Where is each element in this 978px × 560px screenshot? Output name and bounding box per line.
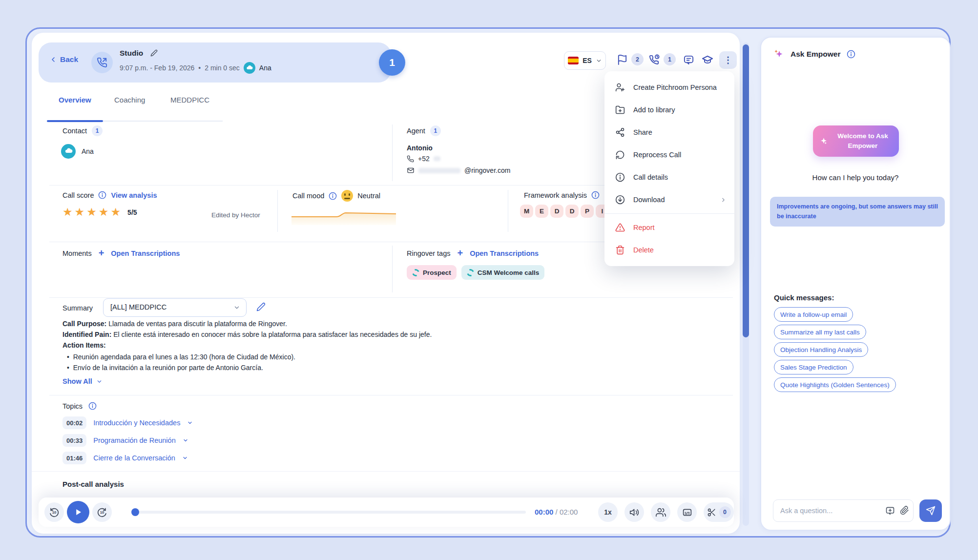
audio-player: 10 10 00:00 / 02:00 1x: [39, 498, 734, 527]
contact-avatar: [244, 62, 255, 74]
tour-step-badge[interactable]: 1: [379, 49, 405, 76]
captions-button[interactable]: [677, 502, 697, 522]
rewind-10-button[interactable]: 10: [44, 502, 64, 522]
ask-empower-panel: Ask Empower Welcome to Ask Empower How c…: [760, 37, 951, 531]
moments-open-transcriptions-link[interactable]: Open Transcriptions: [111, 249, 180, 257]
language-label: ES: [583, 57, 592, 64]
plus-icon[interactable]: +: [99, 248, 104, 259]
progress-handle[interactable]: [131, 508, 139, 516]
disclaimer-box: Improvements are ongoing, but some answe…: [770, 197, 945, 227]
view-analysis-link[interactable]: View analysis: [111, 191, 157, 199]
call-mood-label: Call mood: [292, 192, 324, 200]
menu-item-reprocess-call[interactable]: Reprocess Call: [604, 144, 734, 166]
quick-message-summarize-calls[interactable]: Summarize all my last calls: [774, 325, 866, 339]
playback-speed-button[interactable]: 1x: [598, 502, 618, 522]
topic-timestamp[interactable]: 00:33: [62, 434, 86, 447]
quick-message-follow-up-email[interactable]: Write a follow-up email: [774, 307, 853, 322]
flag-marker-icon[interactable]: [617, 54, 628, 65]
call-history-icon[interactable]: [649, 54, 660, 65]
quick-message-quote-highlights[interactable]: Quote Highlights (Golden Sentences): [774, 377, 896, 392]
topic-row[interactable]: 01:46 Cierre de la Conversación: [62, 452, 188, 464]
quick-messages-label: Quick messages:: [774, 293, 834, 302]
kebab-icon: ⋮: [724, 56, 732, 64]
post-call-analysis-heading: Post-call analysis: [62, 480, 124, 488]
summary-bullet-2: Envío de la invitación a la reunión por …: [73, 364, 263, 372]
more-options-button[interactable]: ⋮: [719, 51, 737, 69]
tag-csm-welcome-calls[interactable]: CSM Welcome calls: [461, 265, 545, 280]
framework-letter[interactable]: P: [581, 205, 594, 218]
summary-action-label: Action Items:: [62, 341, 106, 349]
welcome-button[interactable]: Welcome to Ask Empower: [813, 125, 899, 157]
info-icon[interactable]: [329, 192, 337, 200]
menu-divider: [604, 213, 734, 214]
menu-item-call-details[interactable]: Call details: [604, 166, 734, 188]
framework-letter[interactable]: E: [535, 205, 548, 218]
topic-title[interactable]: Introducción y Necesidades: [93, 419, 180, 427]
speakers-button[interactable]: [651, 502, 670, 522]
quick-message-objection-handling[interactable]: Objection Handling Analysis: [774, 342, 868, 357]
show-all-toggle[interactable]: Show All: [62, 377, 103, 385]
bullet-glyph: •: [67, 353, 69, 361]
mood-value: Neutral: [357, 192, 380, 200]
add-snippet-icon[interactable]: [885, 506, 895, 516]
paperclip-icon[interactable]: [900, 506, 909, 515]
info-icon[interactable]: [591, 191, 600, 199]
topic-timestamp[interactable]: 01:46: [62, 452, 86, 464]
edit-summary-icon[interactable]: [256, 302, 266, 311]
progress-track[interactable]: [134, 511, 526, 514]
quick-message-sales-stage[interactable]: Sales Stage Prediction: [774, 360, 853, 374]
tab-coaching[interactable]: Coaching: [114, 96, 145, 104]
info-icon[interactable]: [847, 50, 855, 59]
menu-item-label: Share: [633, 128, 652, 136]
scrollbar-thumb[interactable]: [743, 44, 749, 337]
chevron-down-icon: [596, 58, 602, 64]
summary-purpose-label: Call Purpose:: [62, 320, 106, 328]
back-button[interactable]: Back: [49, 55, 78, 64]
coaching-cap-icon[interactable]: [702, 54, 713, 66]
menu-item-create-pitchroom-persona[interactable]: Create Pitchroom Persona: [604, 76, 734, 99]
tab-overview[interactable]: Overview: [59, 96, 91, 104]
menu-item-delete[interactable]: Delete: [604, 239, 734, 261]
menu-item-share[interactable]: Share: [604, 121, 734, 144]
info-icon[interactable]: [88, 402, 97, 410]
agent-label: Agent: [407, 127, 425, 135]
tags-open-transcriptions-link[interactable]: Open Transcriptions: [470, 249, 539, 257]
tab-meddpicc[interactable]: MEDDPICC: [170, 96, 209, 104]
plus-icon[interactable]: +: [457, 248, 463, 259]
info-icon[interactable]: [98, 191, 106, 199]
forward-10-button[interactable]: 10: [92, 502, 112, 522]
topic-row[interactable]: 00:33 Programación de Reunión: [62, 434, 188, 447]
framework-letter[interactable]: D: [565, 205, 579, 218]
play-button[interactable]: [67, 501, 89, 523]
framework-letter[interactable]: D: [550, 205, 563, 218]
topic-timestamp[interactable]: 00:02: [62, 416, 86, 429]
tag-prospect[interactable]: Prospect: [407, 265, 457, 280]
tag-label: Prospect: [423, 269, 451, 276]
clips-button[interactable]: 0: [704, 502, 734, 522]
menu-item-label: Call details: [633, 173, 668, 181]
menu-item-label: Delete: [633, 246, 654, 254]
framework-letter[interactable]: M: [520, 205, 533, 218]
flag-count-badge: 2: [631, 53, 644, 65]
tag-icon: [465, 268, 475, 277]
send-button[interactable]: [919, 499, 942, 522]
contact-name: Ana: [82, 147, 94, 155]
star-rating[interactable]: ★★★★★: [62, 206, 123, 219]
menu-item-add-to-library[interactable]: Add to library: [604, 99, 734, 121]
language-selector[interactable]: ES: [564, 51, 606, 70]
summary-type-select[interactable]: [ALL] MEDDPICC: [103, 298, 247, 317]
menu-item-download[interactable]: Download: [604, 188, 734, 211]
trash-icon: [615, 245, 625, 255]
topic-title[interactable]: Cierre de la Conversación: [93, 454, 175, 462]
topic-title[interactable]: Programación de Reunión: [93, 436, 175, 444]
contact-avatar-large: [61, 144, 76, 159]
volume-button[interactable]: [624, 502, 644, 522]
contact-row[interactable]: Ana: [61, 144, 94, 159]
comment-icon[interactable]: [683, 54, 694, 65]
menu-item-report[interactable]: Report: [604, 216, 734, 239]
neutral-mood-icon: [341, 190, 353, 202]
email-icon: [407, 166, 415, 174]
edit-title-icon[interactable]: [150, 49, 158, 57]
topic-row[interactable]: 00:02 Introducción y Necesidades: [62, 416, 193, 429]
scissors-icon: [707, 508, 716, 517]
